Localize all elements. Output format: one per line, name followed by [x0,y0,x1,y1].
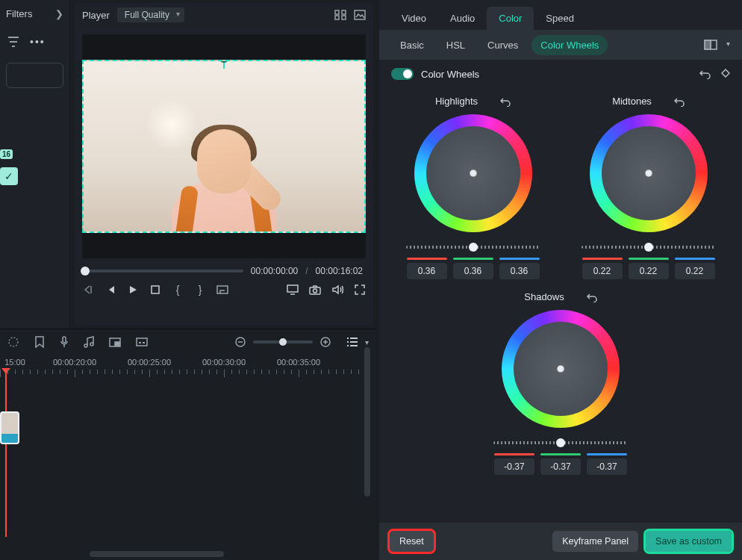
timeline-ruler[interactable]: 15:0000:00:20:0000:00:25:0000:00:30:0000… [0,355,376,379]
b-value[interactable]: 0.22 [675,263,715,279]
filters-panel-title: Filters [6,8,32,19]
step-back-icon[interactable] [82,284,94,296]
preview-playhead-icon[interactable] [223,60,225,69]
reset-button[interactable]: Reset [390,531,434,552]
tab-video[interactable]: Video [390,7,438,30]
chevron-down-icon[interactable]: ▾ [365,338,369,346]
list-view-icon[interactable] [347,337,358,346]
luma-slider-midtones[interactable] [582,243,716,252]
subtab-color-wheels[interactable]: Color Wheels [531,35,608,55]
reset-wheel-icon[interactable] [500,96,511,107]
current-time: 00:00:00:00 [251,266,298,276]
inspector-footer: Reset Keyframe Panel Save as custom [379,523,742,560]
svg-rect-25 [705,40,711,49]
wheel-highlights: Highlights 0.36 0.36 0.36 [385,88,561,284]
ruler-label: 00:00:35:00 [277,358,320,367]
svg-rect-23 [350,345,358,346]
b-value[interactable]: -0.37 [587,458,627,475]
svg-rect-3 [342,16,346,19]
duration: 00:00:16:02 [316,266,363,276]
compare-icon[interactable] [704,40,717,50]
pip-icon[interactable] [109,337,121,347]
zoom-in-icon[interactable] [320,337,331,347]
tab-color[interactable]: Color [487,7,534,30]
vertical-scrollbar[interactable] [364,347,370,497]
undo-icon[interactable] [699,69,711,79]
more-icon[interactable]: ••• [30,36,46,48]
snapshot-icon[interactable] [309,284,321,296]
reset-wheel-icon[interactable] [587,292,597,302]
subtab-basic[interactable]: Basic [391,35,433,55]
tab-speed[interactable]: Speed [534,7,586,30]
mark-out-icon[interactable]: } [194,284,206,296]
section-title: Color Wheels [421,69,479,80]
timeline-clip[interactable] [0,411,19,444]
subtab-curves[interactable]: Curves [478,35,527,55]
volume-icon[interactable] [331,284,343,296]
color-wheels-toggle[interactable] [391,68,414,80]
expand-icon[interactable]: ❯ [55,8,63,19]
ruler-label: 00:00:20:00 [53,358,96,367]
color-wheel-highlights[interactable] [414,114,532,232]
play-icon[interactable] [127,284,139,296]
g-value[interactable]: 0.36 [453,263,493,279]
monitor-icon[interactable] [287,284,299,296]
filter-icon[interactable] [7,37,19,47]
image-view-icon[interactable] [354,10,366,20]
mic-icon[interactable] [60,336,69,348]
wheel-shadows: Shadows -0.37 -0.37 -0.37 [385,284,736,479]
music-icon[interactable] [84,336,94,348]
save-as-custom-button[interactable]: Save as custom [646,531,732,552]
ratio-icon[interactable] [216,284,228,296]
subtab-hsl[interactable]: HSL [437,35,474,55]
color-wheel-midtones[interactable] [590,114,708,232]
color-tool-icon[interactable] [7,336,19,348]
r-value[interactable]: 0.36 [407,263,447,279]
svg-rect-2 [335,16,339,19]
svg-rect-7 [287,285,298,292]
fullscreen-icon[interactable] [354,284,366,296]
svg-rect-6 [217,286,228,293]
color-wheel-shadows[interactable] [502,310,620,428]
zoom-slider[interactable] [253,340,313,343]
svg-point-12 [90,343,93,346]
zoom-out-icon[interactable] [235,337,246,347]
seek-slider[interactable] [85,270,243,273]
svg-rect-11 [63,337,66,343]
g-value[interactable]: -0.37 [540,458,581,475]
keyframe-panel-button[interactable]: Keyframe Panel [552,531,638,552]
keyframe-diamond-icon[interactable] [721,69,730,79]
player-panel: Player Full Quality 00:00:00:00 [75,3,373,326]
b-value[interactable]: 0.36 [499,263,540,279]
svg-rect-14 [115,342,119,346]
duration-badge: 16 [0,149,13,159]
svg-rect-22 [347,345,349,346]
filter-slot[interactable] [6,63,63,88]
svg-rect-20 [347,341,349,343]
stop-icon[interactable] [149,284,161,296]
svg-rect-18 [347,337,349,339]
svg-rect-21 [350,341,358,343]
tab-audio[interactable]: Audio [438,7,487,30]
mark-in-icon[interactable]: { [172,284,184,296]
quality-dropdown[interactable]: Full Quality [117,7,184,22]
svg-rect-15 [137,338,147,346]
timeline-panel: ▾ 15:0000:00:20:0000:00:25:0000:00:30:00… [0,329,376,560]
caption-icon[interactable] [136,337,148,346]
r-value[interactable]: 0.22 [582,263,623,279]
chevron-down-icon[interactable]: ▾ [726,40,730,50]
svg-point-9 [314,289,317,293]
svg-rect-0 [335,10,339,14]
video-preview[interactable] [82,60,366,233]
wheel-midtones: Midtones 0.22 0.22 0.22 [561,88,736,284]
luma-slider-shadows[interactable] [493,438,628,447]
play-backward-icon[interactable] [105,284,116,296]
grid-view-icon[interactable] [334,10,346,20]
horizontal-scrollbar[interactable] [90,551,224,557]
g-value[interactable]: 0.22 [629,263,669,279]
luma-slider-highlights[interactable] [406,243,540,252]
applied-check-icon: ✓ [0,167,18,185]
reset-wheel-icon[interactable] [674,96,685,107]
r-value[interactable]: -0.37 [494,458,534,475]
marker-tool-icon[interactable] [34,336,45,348]
